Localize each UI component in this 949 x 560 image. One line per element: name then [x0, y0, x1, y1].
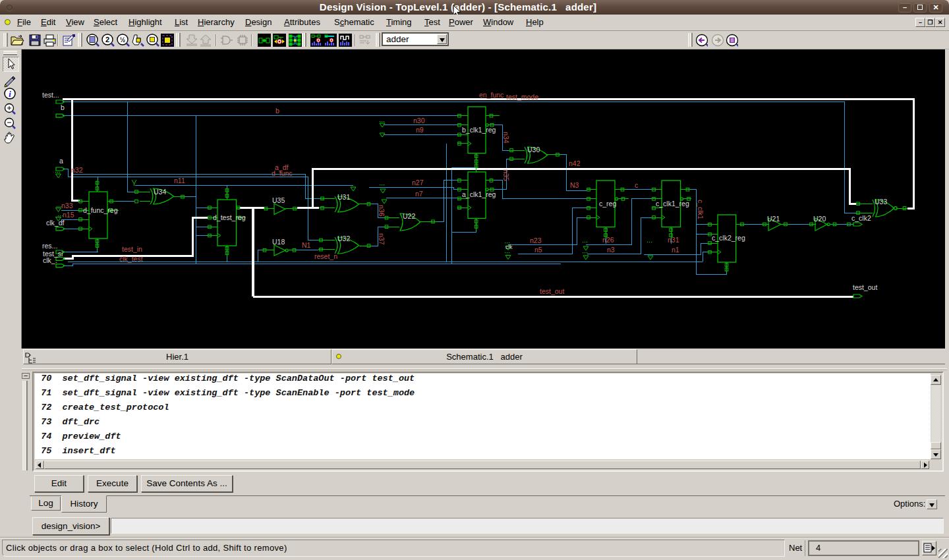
- svg-text:n1: n1: [672, 246, 679, 254]
- svg-text:n27: n27: [412, 179, 424, 186]
- svg-text:U35: U35: [272, 196, 285, 204]
- svg-text:c_clk2: c_clk2: [851, 214, 871, 222]
- svg-text:U22: U22: [403, 212, 415, 220]
- svg-text:n7: n7: [415, 190, 423, 198]
- svg-text:n3: n3: [607, 246, 615, 254]
- svg-text:c_clk2_reg: c_clk2_reg: [712, 234, 745, 242]
- svg-text:n35: n35: [502, 169, 510, 181]
- svg-text:b_clk1_reg: b_clk1_reg: [462, 126, 496, 134]
- svg-text:i: i: [9, 89, 11, 99]
- svg-text:b: b: [275, 107, 279, 115]
- svg-text:n15: n15: [63, 211, 74, 219]
- svg-text:b: b: [61, 103, 65, 111]
- svg-text:U21: U21: [767, 215, 780, 223]
- svg-text:test_out: test_out: [853, 283, 877, 291]
- svg-text:n32: n32: [71, 166, 83, 174]
- svg-text:n30: n30: [413, 117, 425, 125]
- svg-text:clk_test: clk_test: [119, 255, 143, 263]
- svg-text:d_func: d_func: [272, 169, 293, 177]
- svg-text:test_mode: test_mode: [506, 93, 538, 101]
- svg-text:test_in: test_in: [122, 245, 142, 253]
- svg-text:a_clk1_reg: a_clk1_reg: [462, 190, 496, 198]
- svg-text:n36: n36: [378, 205, 386, 217]
- svg-text:N1: N1: [302, 241, 311, 249]
- svg-text:clk_.: clk_.: [43, 256, 57, 264]
- svg-text:n11: n11: [174, 177, 185, 184]
- svg-text:n26: n26: [602, 236, 614, 244]
- svg-text:c_reg: c_reg: [599, 200, 616, 208]
- svg-text:d_func_reg: d_func_reg: [83, 206, 118, 214]
- svg-text:clk: clk: [505, 244, 513, 250]
- svg-text:c_clk1_reg: c_clk1_reg: [656, 200, 689, 208]
- svg-text:U33: U33: [875, 198, 887, 206]
- svg-text:d_test_reg: d_test_reg: [213, 213, 246, 221]
- svg-text:n9: n9: [416, 126, 424, 134]
- svg-text:n5: n5: [534, 246, 542, 254]
- svg-text:n31: n31: [668, 236, 679, 244]
- svg-text:U18: U18: [272, 238, 285, 246]
- svg-text:reset_n: reset_n: [314, 252, 337, 260]
- svg-text:clk_df: clk_df: [46, 219, 65, 227]
- svg-text:n42: n42: [569, 159, 581, 167]
- svg-text:2: 2: [105, 36, 109, 43]
- svg-text:n33: n33: [61, 202, 73, 210]
- svg-text:½: ½: [120, 36, 125, 43]
- svg-text:c: c: [635, 181, 638, 189]
- svg-text:n34: n34: [502, 132, 510, 144]
- svg-text:U30: U30: [527, 146, 540, 154]
- svg-text:n37: n37: [378, 233, 386, 245]
- svg-text:en_func: en_func: [479, 91, 503, 99]
- svg-text:a: a: [59, 157, 63, 165]
- svg-text:n23: n23: [530, 237, 542, 244]
- svg-text:N3: N3: [570, 181, 579, 189]
- svg-text:U20: U20: [813, 215, 826, 223]
- svg-text:res...: res...: [42, 242, 57, 250]
- svg-text:U32: U32: [337, 235, 350, 242]
- svg-text:test_out: test_out: [540, 287, 564, 295]
- svg-text:U34: U34: [154, 188, 166, 196]
- svg-text:c_clk1: c_clk1: [697, 200, 705, 219]
- svg-text:test...: test...: [42, 91, 59, 99]
- svg-text:U31: U31: [337, 193, 350, 201]
